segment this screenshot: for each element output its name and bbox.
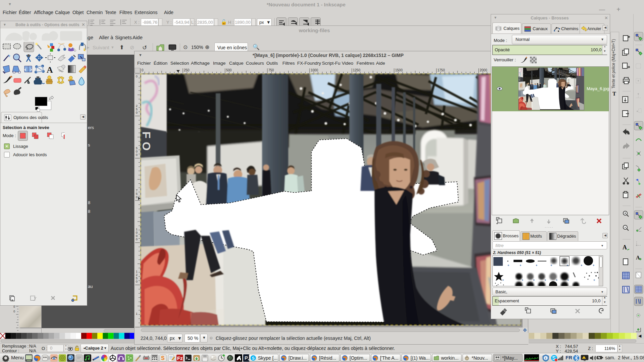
svg-text:FO: FO — [140, 131, 153, 154]
svg-text:0: 0 — [136, 153, 138, 157]
svg-text:0: 0 — [136, 280, 138, 283]
svg-text:+: + — [533, 279, 535, 282]
svg-text:1000: 1000 — [311, 68, 318, 72]
svg-text:+: + — [536, 264, 537, 267]
svg-text:Fz: Fz — [177, 355, 183, 361]
svg-text:0: 0 — [13, 306, 15, 308]
svg-text:1750: 1750 — [437, 68, 445, 72]
svg-text:A: A — [636, 255, 640, 260]
svg-text:+: + — [567, 279, 569, 282]
svg-text:S: S — [161, 355, 165, 361]
svg-text:0: 0 — [136, 231, 138, 234]
svg-text:0: 0 — [136, 238, 138, 241]
svg-text:+: + — [522, 279, 523, 282]
svg-text:0: 0 — [136, 195, 138, 199]
svg-text:5: 5 — [136, 146, 138, 150]
svg-text:0: 0 — [136, 111, 138, 114]
svg-text:0: 0 — [136, 75, 138, 78]
svg-text:+: + — [593, 264, 594, 267]
svg-text:+: + — [550, 264, 552, 267]
svg-text:2: 2 — [136, 273, 138, 277]
svg-text:A: A — [623, 244, 627, 251]
svg-text:7: 7 — [136, 189, 138, 192]
svg-text:0: 0 — [13, 310, 15, 313]
svg-text:1500: 1500 — [395, 68, 403, 72]
svg-text:+: + — [507, 264, 509, 267]
svg-text:1250: 1250 — [353, 68, 361, 72]
svg-text:+: + — [593, 279, 595, 282]
svg-text:A: A — [47, 65, 53, 75]
svg-text:500: 500 — [226, 68, 232, 72]
svg-text:i: i — [545, 356, 546, 360]
svg-text:+: + — [581, 264, 582, 267]
svg-text:+: + — [520, 264, 521, 267]
svg-text:0: 0 — [142, 68, 144, 72]
svg-text:750: 750 — [268, 68, 274, 72]
svg-text:+: + — [556, 279, 557, 282]
svg-text:+: + — [502, 279, 504, 282]
svg-text:5: 5 — [136, 108, 138, 111]
svg-text:5: 5 — [136, 277, 138, 280]
svg-text:0: 0 — [136, 234, 138, 238]
svg-text:+: + — [544, 279, 546, 282]
svg-text:250: 250 — [184, 68, 190, 72]
svg-text:FO: FO — [519, 77, 521, 81]
svg-text:+: + — [567, 264, 568, 267]
svg-text:5: 5 — [136, 192, 138, 195]
svg-text:1: 1 — [136, 228, 138, 231]
svg-text:S: S — [252, 356, 255, 361]
svg-text:1: 1 — [136, 312, 138, 315]
svg-text:2000: 2000 — [480, 68, 487, 72]
svg-text:2: 2 — [136, 104, 138, 108]
svg-text:1: 1 — [136, 270, 138, 273]
svg-text:0: 0 — [136, 150, 138, 153]
